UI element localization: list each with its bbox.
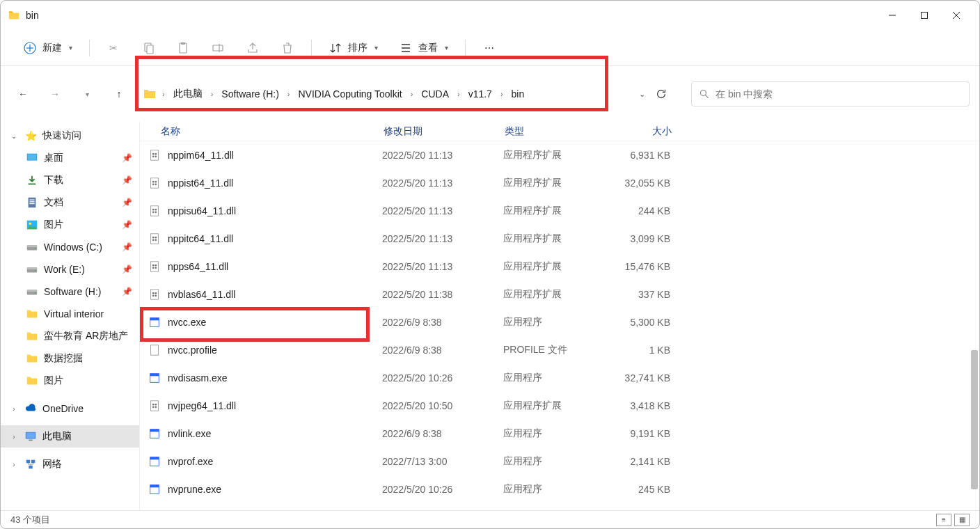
svg-rect-37: [29, 466, 32, 469]
copy-button[interactable]: [133, 35, 164, 61]
maximize-button[interactable]: [908, 4, 940, 26]
scroll-thumb[interactable]: [971, 350, 978, 489]
svg-point-77: [155, 406, 157, 408]
file-row[interactable]: nvcc.profile2022/6/9 8:38PROFILE 文件1 KB: [140, 336, 979, 364]
crumb-seg[interactable]: CUDA: [418, 87, 452, 101]
col-type[interactable]: 类型: [505, 125, 609, 138]
new-button[interactable]: 新建 ▾: [15, 35, 81, 61]
chevron-right-icon[interactable]: ›: [9, 461, 19, 468]
sidebar-item[interactable]: 文档📌: [1, 191, 139, 214]
file-date: 2022/5/20 11:13: [382, 177, 503, 189]
sidebar-network[interactable]: › 网络: [1, 453, 139, 475]
back-button[interactable]: ←: [10, 81, 35, 106]
view-button[interactable]: 查看 ▾: [390, 35, 457, 61]
file-type: 应用程序扩展: [503, 260, 608, 273]
file-row[interactable]: npps64_11.dll2022/5/20 11:13应用程序扩展15,476…: [140, 253, 979, 281]
paste-button[interactable]: [168, 35, 198, 61]
sidebar-item-label: 图片: [44, 374, 63, 387]
file-row[interactable]: nppim64_11.dll2022/5/20 11:13应用程序扩展6,931…: [140, 141, 979, 169]
sidebar-item[interactable]: Windows (C:)📌: [1, 236, 139, 258]
svg-point-50: [155, 209, 157, 211]
file-row[interactable]: nvprune.exe2022/5/20 10:26应用程序245 KB: [140, 475, 979, 503]
search-input[interactable]: [716, 88, 962, 100]
file-row[interactable]: nppisu64_11.dll2022/5/20 11:13应用程序扩展244 …: [140, 197, 979, 225]
sidebar-item[interactable]: 数据挖掘: [1, 347, 139, 370]
sidebar-item[interactable]: Software (H:)📌: [1, 281, 139, 303]
file-row[interactable]: nvprof.exe2022/7/13 3:00应用程序2,141 KB: [140, 448, 979, 475]
file-row[interactable]: nppist64_11.dll2022/5/20 11:13应用程序扩展32,0…: [140, 169, 979, 197]
svg-point-61: [152, 267, 155, 269]
folder-icon: [143, 87, 157, 101]
breadcrumb[interactable]: › 此电脑 › Software (H:) › NVIDIA Coputing …: [139, 81, 632, 106]
more-button[interactable]: ⋯: [474, 35, 505, 61]
svg-rect-27: [27, 267, 37, 269]
sort-button[interactable]: 排序 ▾: [320, 35, 386, 61]
svg-point-52: [155, 211, 157, 213]
svg-rect-16: [28, 155, 37, 160]
cut-button[interactable]: ✂: [98, 35, 129, 61]
crumb-seg[interactable]: 此电脑: [171, 86, 205, 102]
crumb-seg[interactable]: Software (H:): [219, 87, 281, 101]
chevron-right-icon[interactable]: ›: [9, 405, 19, 413]
delete-button[interactable]: [272, 35, 303, 61]
sidebar-item[interactable]: Work (E:)📌: [1, 258, 139, 281]
sidebar-quick-access[interactable]: ⌄ ⭐ 快速访问: [1, 125, 139, 147]
history-dropdown[interactable]: ⌄: [639, 90, 645, 99]
sidebar-thispc[interactable]: › 此电脑: [1, 425, 139, 448]
exe-icon: [148, 372, 161, 384]
file-name: nvdisasm.exe: [168, 372, 382, 384]
up-button[interactable]: ↑: [106, 81, 132, 106]
sidebar-item[interactable]: 下载📌: [1, 169, 139, 191]
sidebar-item[interactable]: 桌面📌: [1, 147, 139, 169]
sidebar-item[interactable]: 蛮牛教育 AR房地产: [1, 325, 139, 347]
sidebar-item[interactable]: Virtual interior: [1, 303, 139, 325]
icons-view-toggle[interactable]: ▦: [954, 514, 970, 526]
col-size[interactable]: 大小: [609, 125, 672, 138]
rename-button[interactable]: [203, 35, 233, 61]
svg-rect-18: [29, 200, 34, 200]
file-size: 1 KB: [608, 345, 670, 356]
chevron-down-icon[interactable]: ⌄: [9, 132, 19, 140]
file-row[interactable]: nvlink.exe2022/6/9 8:38应用程序9,191 KB: [140, 420, 979, 448]
crumb-seg[interactable]: v11.7: [466, 87, 495, 101]
file-row[interactable]: nvcc.exe2022/6/9 8:38应用程序5,300 KB: [140, 308, 979, 336]
file-date: 2022/5/20 10:26: [382, 372, 503, 384]
refresh-button[interactable]: [655, 88, 667, 100]
search-icon: [699, 88, 710, 100]
search-box[interactable]: [691, 81, 970, 106]
recent-button[interactable]: ▾: [74, 81, 100, 106]
svg-point-39: [152, 153, 155, 155]
desktop-icon: [26, 152, 38, 164]
col-date[interactable]: 修改日期: [384, 125, 505, 138]
pin-icon: 📌: [122, 287, 132, 297]
file-row[interactable]: nppitc64_11.dll2022/5/20 11:13应用程序扩展3,09…: [140, 225, 979, 253]
list-icon: [399, 41, 413, 55]
sidebar-item[interactable]: 图片: [1, 370, 139, 392]
file-row[interactable]: nvjpeg64_11.dll2022/5/20 10:50应用程序扩展3,41…: [140, 392, 979, 420]
close-button[interactable]: [940, 4, 972, 26]
minimize-button[interactable]: [876, 4, 908, 26]
sidebar-item-label: 图片: [44, 219, 63, 231]
col-name[interactable]: 名称: [161, 125, 384, 138]
sidebar-label: 网络: [42, 458, 62, 471]
crumb-seg[interactable]: bin: [509, 87, 528, 101]
pin-icon: 📌: [122, 220, 132, 230]
file-size: 5,300 KB: [608, 317, 670, 328]
picture-icon: [26, 219, 38, 231]
file-row[interactable]: nvdisasm.exe2022/5/20 10:26应用程序32,741 KB: [140, 364, 979, 392]
crumb-seg[interactable]: NVIDIA Coputing Toolkit: [295, 87, 404, 101]
sidebar-onedrive[interactable]: › OneDrive: [1, 397, 139, 420]
trash-icon: [280, 41, 294, 55]
plus-circle-icon: [23, 41, 37, 55]
file-row[interactable]: nvblas64_11.dll2022/5/20 11:38应用程序扩展337 …: [140, 281, 979, 308]
dll-icon: [148, 205, 161, 217]
share-button[interactable]: [237, 35, 268, 61]
sidebar-item[interactable]: 图片📌: [1, 214, 139, 236]
details-view-toggle[interactable]: ≡: [936, 514, 951, 526]
chevron-right-icon[interactable]: ›: [9, 433, 19, 441]
forward-button[interactable]: →: [42, 81, 68, 106]
file-type: 应用程序扩展: [503, 232, 608, 245]
exe-icon: [148, 483, 161, 496]
file-name: nvprune.exe: [168, 484, 382, 495]
scrollbar[interactable]: [970, 141, 979, 510]
